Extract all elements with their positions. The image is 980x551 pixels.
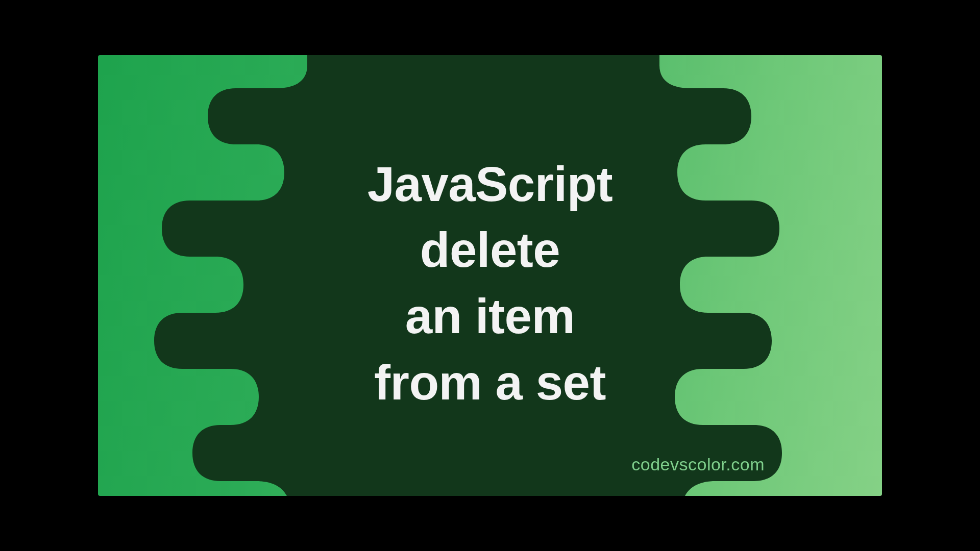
title-line-2: delete [368,217,613,283]
content-area: JavaScript delete an item from a set [98,55,882,496]
title-line-3: an item [368,283,613,349]
brand-url: codevscolor.com [631,455,765,474]
title-line-4: from a set [368,349,613,416]
banner-card: JavaScript delete an item from a set cod… [98,55,882,496]
banner-title: JavaScript delete an item from a set [368,151,613,415]
title-line-1: JavaScript [368,151,613,217]
